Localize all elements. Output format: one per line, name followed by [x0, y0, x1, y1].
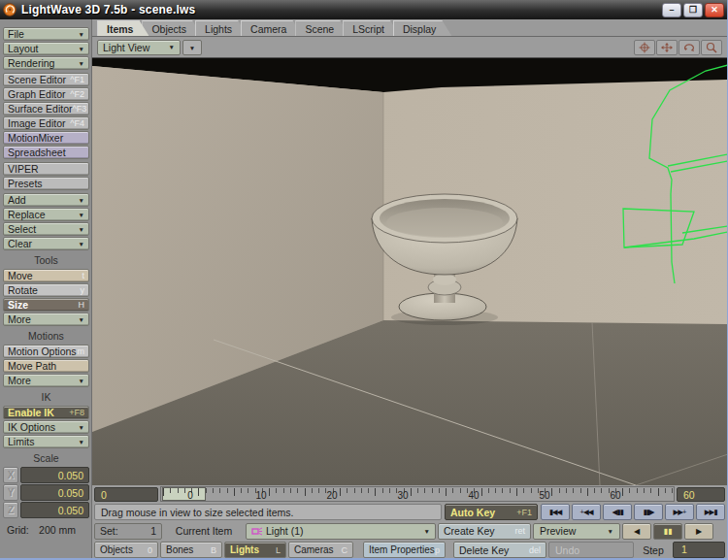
prev-frame-button[interactable]: ◀▮▮ — [603, 504, 632, 520]
sidebar-item-move-path[interactable]: Move Path — [3, 359, 89, 373]
y-axis-button[interactable]: Y — [3, 484, 18, 501]
sidebar-item-ik-options[interactable]: IK Options — [3, 420, 89, 434]
sidebar: File Layout Rendering Scene Editor^F1 Gr… — [0, 19, 92, 560]
sidebar-item-size[interactable]: SizeH — [3, 298, 89, 312]
sidebar-item-image-editor[interactable]: Image Editor^F4 — [3, 116, 89, 130]
tab-lights[interactable]: Lights — [195, 20, 248, 36]
status-row: Drag mouse in view to size selected item… — [92, 503, 727, 521]
next-frame-button[interactable]: ▮▮▶ — [634, 504, 663, 520]
go-end-button[interactable]: ▶▶▮ — [696, 504, 725, 520]
axis-row-z: Z 0.050 — [3, 502, 89, 519]
undo-button[interactable]: Undo — [548, 542, 634, 558]
x-scale-value[interactable]: 0.050 — [20, 467, 89, 483]
step-label: Step — [636, 544, 671, 556]
sidebar-item-presets[interactable]: Presets — [3, 177, 89, 190]
section-header-ik: IK — [3, 391, 89, 404]
timeline-row: 0 0 10 20 30 40 50 60 60 — [92, 485, 727, 503]
current-item-label: Current Item — [164, 525, 244, 537]
magnifier-icon — [705, 42, 718, 53]
sidebar-item-rendering[interactable]: Rendering — [3, 56, 89, 70]
item-properties-button[interactable]: Item Propertiesp — [363, 542, 446, 558]
sidebar-item-layout[interactable]: Layout — [3, 42, 89, 55]
create-key-button[interactable]: Create Keyret — [438, 523, 531, 540]
tab-lscript[interactable]: LScript — [343, 20, 400, 36]
go-start-button[interactable]: ▮◀◀ — [541, 504, 570, 520]
sidebar-item-surface-editor[interactable]: Surface Editor^F3 — [3, 102, 89, 115]
section-header-motions: Motions — [3, 330, 89, 343]
sidebar-item-graph-editor[interactable]: Graph Editor^F2 — [3, 87, 89, 101]
auto-key-button[interactable]: Auto Key+F1 — [445, 504, 538, 520]
end-frame-field[interactable]: 60 — [677, 487, 725, 502]
rotate-view-button[interactable] — [678, 40, 700, 55]
frame-slider[interactable]: 0 10 20 30 40 50 60 — [160, 486, 675, 502]
axis-row-x: X 0.050 — [3, 467, 89, 484]
sidebar-item-rotate[interactable]: Rotatey — [3, 283, 89, 297]
zoom-view-button[interactable] — [701, 40, 722, 55]
play-forward-button[interactable]: ▶ — [684, 523, 713, 540]
tab-objects[interactable]: Objects — [142, 20, 202, 36]
rotate-arrows-icon — [682, 42, 696, 53]
sidebar-item-clear[interactable]: Clear — [3, 237, 89, 250]
item-tabs-row: Objects0 BonesB LightsL CamerasC Item Pr… — [92, 541, 727, 560]
sidebar-item-more-motions[interactable]: More — [3, 374, 89, 387]
tick-label-50: 50 — [539, 490, 549, 501]
pause-button[interactable]: ▮▮ — [653, 523, 682, 540]
tab-display[interactable]: Display — [393, 20, 451, 36]
sidebar-item-move[interactable]: Movet — [3, 269, 89, 282]
viewport[interactable] — [92, 58, 727, 485]
title-bar[interactable]: LightWave 3D 7.5b - scene.lws – ❐ ✕ — [0, 0, 727, 19]
sidebar-item-file[interactable]: File — [3, 27, 89, 41]
render-mode-dropdown[interactable]: ▼ — [182, 40, 202, 55]
sidebar-item-motion-options[interactable]: Motion Optionsm — [3, 345, 89, 358]
tick-label-60: 60 — [610, 490, 620, 501]
x-axis-button[interactable]: X — [3, 467, 18, 483]
main-tab-bar: Items Objects Lights Camera Scene LScrip… — [92, 19, 727, 37]
sidebar-item-more-tools[interactable]: More — [3, 313, 89, 326]
current-frame-field[interactable]: 0 — [94, 487, 158, 502]
bones-tab[interactable]: BonesB — [160, 542, 222, 558]
objects-tab[interactable]: Objects0 — [94, 542, 158, 558]
sidebar-item-enable-ik[interactable]: Enable IK+F8 — [3, 406, 89, 419]
delete-key-button[interactable]: Delete Keydel — [453, 542, 546, 558]
current-item-row: Set:1 Current Item Light (1) Create Keyr… — [92, 521, 727, 541]
center-item-button[interactable] — [634, 40, 655, 55]
current-item-dropdown[interactable]: Light (1) — [246, 523, 436, 540]
cameras-tab[interactable]: CamerasC — [288, 542, 353, 558]
window-title: LightWave 3D 7.5b - scene.lws — [21, 3, 195, 16]
sidebar-item-limits[interactable]: Limits — [3, 435, 89, 448]
sidebar-item-add[interactable]: Add — [3, 193, 89, 207]
tab-items[interactable]: Items — [97, 20, 149, 36]
viewport-toolbar: Light View ▼ — [92, 37, 727, 58]
light-item-icon — [251, 527, 262, 536]
axis-row-y: Y 0.050 — [3, 484, 89, 502]
maximize-button[interactable]: ❐ — [683, 3, 703, 17]
next-key-button[interactable]: ▶▶+ — [665, 504, 694, 520]
prev-key-button[interactable]: +◀◀ — [572, 504, 601, 520]
sidebar-item-select[interactable]: Select — [3, 222, 89, 236]
tab-scene[interactable]: Scene — [295, 20, 349, 36]
lightwave-window: LightWave 3D 7.5b - scene.lws – ❐ ✕ File… — [0, 0, 728, 560]
close-button[interactable]: ✕ — [705, 3, 724, 17]
tick-label-30: 30 — [397, 490, 408, 501]
tab-camera[interactable]: Camera — [241, 20, 302, 36]
sidebar-item-replace[interactable]: Replace — [3, 208, 89, 221]
z-axis-button[interactable]: Z — [3, 502, 18, 518]
sidebar-item-viper[interactable]: VIPER — [3, 162, 89, 176]
view-mode-dropdown[interactable]: Light View — [97, 40, 181, 55]
preview-dropdown[interactable]: Preview — [533, 523, 620, 540]
lights-tab[interactable]: LightsL — [224, 542, 286, 558]
y-scale-value[interactable]: 0.050 — [20, 484, 89, 501]
sidebar-item-spreadsheet[interactable]: Spreadsheet — [3, 146, 89, 159]
sidebar-item-scene-editor[interactable]: Scene Editor^F1 — [3, 73, 89, 86]
status-bar: Drag mouse in view to size selected item… — [94, 504, 442, 520]
set-field[interactable]: Set:1 — [94, 523, 162, 540]
z-scale-value[interactable]: 0.050 — [20, 502, 89, 518]
minimize-button[interactable]: – — [662, 3, 681, 17]
step-field[interactable]: 1 — [673, 542, 725, 558]
section-header-scale: Scale — [3, 452, 89, 465]
play-reverse-button[interactable]: ◀ — [622, 523, 651, 540]
sidebar-item-motionmixer[interactable]: MotionMixer — [3, 131, 89, 145]
move-arrows-icon — [660, 42, 674, 53]
pan-view-button[interactable] — [656, 40, 678, 55]
section-header-tools: Tools — [3, 254, 89, 267]
